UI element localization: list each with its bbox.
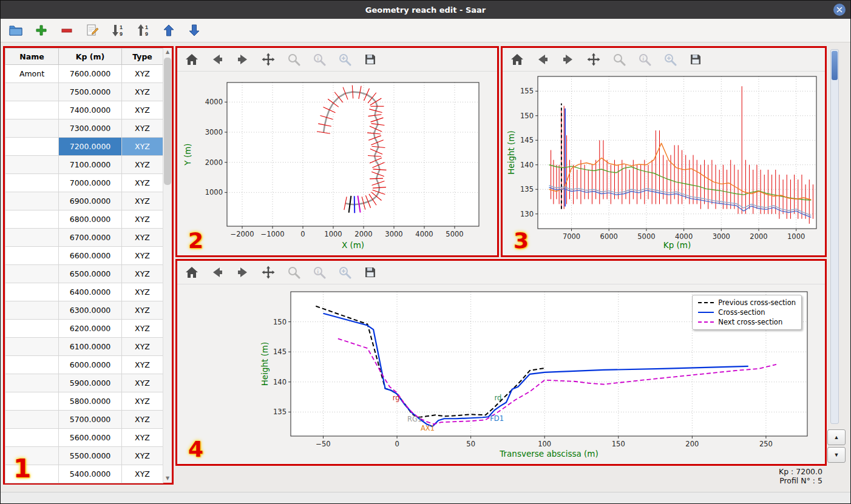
svg-text:RG1: RG1 (407, 415, 422, 423)
cell-type: XYZ (122, 320, 163, 338)
cell-kp: 6700.0000 (59, 229, 122, 247)
table-row[interactable]: 5900.0000XYZ (5, 374, 163, 392)
zoom-plus-icon (663, 52, 677, 67)
back-button[interactable] (209, 52, 225, 68)
cell-type: XYZ (122, 65, 163, 83)
scroll-up-icon[interactable]: ▲ (163, 48, 172, 56)
plan-view-plot-toolbar (177, 48, 497, 72)
table-scrollbar-thumb[interactable] (164, 58, 171, 185)
annotation-3: 3 (514, 230, 529, 252)
table-row[interactable]: 7500.0000XYZ (5, 83, 163, 101)
save-button[interactable] (362, 264, 378, 281)
table-row[interactable]: 6800.0000XYZ (5, 210, 163, 229)
table-row[interactable]: 7200.0000XYZ (5, 138, 163, 156)
table-row[interactable]: 6200.0000XYZ (5, 320, 163, 338)
window-close-button[interactable] (833, 4, 846, 16)
cell-name (5, 174, 59, 192)
cell-kp: 5600.0000 (59, 429, 122, 447)
window-title: Geometry reach edit - Saar (365, 5, 486, 15)
table-row[interactable]: 5600.0000XYZ (5, 429, 163, 447)
svg-text:250: 250 (759, 440, 773, 448)
column-header[interactable]: Type (122, 49, 163, 65)
zoom-plus-button[interactable] (336, 264, 353, 281)
home-button[interactable] (183, 52, 200, 68)
open-file-button[interactable] (7, 21, 25, 39)
cell-kp: 6100.0000 (59, 338, 122, 356)
cell-kp: 6000.0000 (59, 356, 122, 374)
longitudinal-profile-chart[interactable]: 7000600050004000300020001000130135140145… (503, 72, 825, 255)
table-row[interactable]: 7100.0000XYZ (5, 156, 163, 174)
save-button[interactable] (362, 52, 378, 68)
zoom-plus-button[interactable] (662, 52, 678, 68)
zoom-icon (612, 52, 626, 67)
svg-text:140: 140 (273, 378, 286, 386)
cell-name (5, 119, 59, 138)
forward-button[interactable] (560, 52, 576, 68)
cell-type: XYZ (122, 265, 163, 283)
plan-view-chart[interactable]: −2000−1000010002000300040005000100020003… (177, 72, 497, 255)
table-row[interactable]: 6300.0000XYZ (5, 301, 163, 320)
scroll-down-icon[interactable]: ▼ (163, 474, 172, 483)
table-row[interactable]: 6700.0000XYZ (5, 229, 163, 247)
table-row[interactable]: 6900.0000XYZ (5, 192, 163, 210)
home-button[interactable] (509, 52, 525, 68)
table-row[interactable]: 7400.0000XYZ (5, 101, 163, 119)
svg-text:150: 150 (273, 318, 286, 326)
kp-status-label: Kp : 7200.0 (779, 467, 822, 476)
move-up-button[interactable] (160, 21, 178, 39)
table-row[interactable]: 6400.0000XYZ (5, 283, 163, 301)
zoom-plus-button[interactable] (336, 52, 353, 68)
column-header[interactable]: Kp (m) (59, 49, 122, 65)
cell-kp: 6400.0000 (59, 283, 122, 301)
cell-kp: 6300.0000 (59, 301, 122, 320)
forward-button[interactable] (234, 264, 251, 281)
home-button[interactable] (183, 264, 200, 281)
zoom-button[interactable] (285, 52, 302, 68)
zoom-info-button[interactable] (636, 52, 653, 68)
plus-icon (34, 23, 49, 38)
table-row[interactable]: Amont7600.0000XYZ (5, 65, 163, 83)
zoom-button[interactable] (285, 264, 302, 281)
remove-cross-section-button[interactable] (58, 21, 76, 39)
cell-kp: 6500.0000 (59, 265, 122, 283)
profil-status-label: Profil N° : 5 (779, 476, 822, 485)
zoom-button[interactable] (611, 52, 627, 68)
sort-ascending-button[interactable] (134, 21, 152, 39)
spin-up-button[interactable]: ▲ (827, 429, 846, 445)
spin-down-button[interactable]: ▼ (827, 447, 846, 463)
forward-button[interactable] (234, 52, 251, 68)
edit-cross-section-button[interactable] (83, 21, 101, 39)
chart-legend: Previous cross-sectionCross-sectionNext … (692, 295, 802, 330)
window-scrollbar[interactable] (830, 49, 839, 424)
table-row[interactable]: 7000.0000XYZ (5, 174, 163, 192)
pan-icon (261, 265, 276, 280)
save-button[interactable] (687, 52, 704, 68)
svg-text:200: 200 (685, 440, 699, 448)
sort-descending-button[interactable] (109, 21, 127, 39)
add-cross-section-button[interactable] (32, 21, 50, 39)
table-row[interactable]: 6000.0000XYZ (5, 356, 163, 374)
table-scrollbar[interactable]: ▲ ▼ (163, 48, 172, 483)
table-row[interactable]: 6600.0000XYZ (5, 247, 163, 265)
svg-text:−50: −50 (316, 440, 330, 448)
move-down-button[interactable] (185, 21, 203, 39)
pan-button[interactable] (260, 52, 276, 68)
table-row[interactable]: 6500.0000XYZ (5, 265, 163, 283)
cell-name (5, 156, 59, 174)
back-button[interactable] (534, 52, 551, 68)
zoom-info-button[interactable] (311, 52, 327, 68)
back-button[interactable] (209, 264, 225, 281)
column-header[interactable]: Name (5, 49, 59, 65)
table-row[interactable]: 7300.0000XYZ (5, 119, 163, 138)
table-row[interactable]: 5700.0000XYZ (5, 411, 163, 429)
cell-name (5, 83, 59, 101)
cell-name (5, 229, 59, 247)
pan-button[interactable] (585, 52, 602, 68)
pan-button[interactable] (260, 264, 276, 281)
table-row[interactable]: 5800.0000XYZ (5, 392, 163, 411)
zoom-info-button[interactable] (311, 264, 327, 281)
window-scrollbar-thumb[interactable] (832, 51, 838, 80)
table-row[interactable]: 6100.0000XYZ (5, 338, 163, 356)
longitudinal-profile-panel: 7000600050004000300020001000130135140145… (501, 46, 827, 257)
zoom-plus-icon (337, 52, 352, 67)
